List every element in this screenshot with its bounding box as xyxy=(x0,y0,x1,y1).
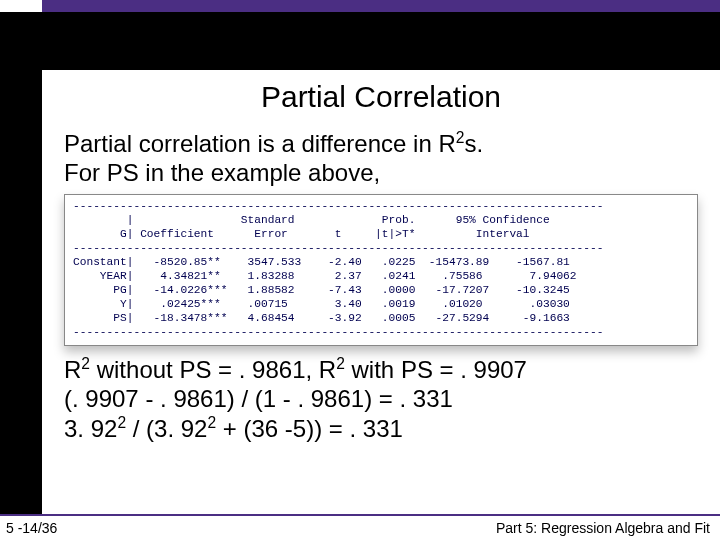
calc1-sup2: 2 xyxy=(336,355,345,372)
calc1-b: without PS = . 9861, R xyxy=(90,356,336,383)
calc2: (. 9907 - . 9861) / (1 - . 9861) = . 331 xyxy=(64,385,453,412)
table-row: PS| -18.3478*** 4.68454 -3.92 .0005 -27.… xyxy=(73,312,570,324)
table-header-2: G| Coefficient Error t |t|>T* Interval xyxy=(73,228,530,240)
left-black-column xyxy=(0,12,42,514)
table-hline-3: ----------------------------------------… xyxy=(73,326,603,338)
calc1-c: with PS = . 9907 xyxy=(345,356,527,383)
footer: 5 -14/36 Part 5: Regression Algebra and … xyxy=(0,514,720,540)
intro-line-1b: s. xyxy=(464,130,483,157)
calc3-c: + (36 -5)) = . 331 xyxy=(216,415,403,442)
calc1-sup1: 2 xyxy=(81,355,90,372)
top-black-band xyxy=(42,12,720,70)
calc-lines: R2 without PS = . 9861, R2 with PS = . 9… xyxy=(64,354,698,444)
top-accent-bar xyxy=(42,0,720,12)
content-area: Partial Correlation Partial correlation … xyxy=(42,70,720,514)
slide: Partial Correlation Partial correlation … xyxy=(0,0,720,540)
calc1-a: R xyxy=(64,356,81,383)
calc3-sup2: 2 xyxy=(207,414,216,431)
intro-line-2: For PS in the example above, xyxy=(64,159,380,186)
slide-title: Partial Correlation xyxy=(64,80,698,114)
table-row: Y| .02425*** .00715 3.40 .0019 .01020 .0… xyxy=(73,298,570,310)
section-title: Part 5: Regression Algebra and Fit xyxy=(496,520,710,536)
calc3-sup1: 2 xyxy=(117,414,126,431)
table-hline-1: ----------------------------------------… xyxy=(73,200,603,212)
table-hline-2: ----------------------------------------… xyxy=(73,242,603,254)
table-row: Constant| -8520.85** 3547.533 -2.40 .022… xyxy=(73,256,570,268)
intro-text: Partial correlation is a difference in R… xyxy=(64,128,698,188)
intro-line-1a: Partial correlation is a difference in R xyxy=(64,130,456,157)
calc3-a: 3. 92 xyxy=(64,415,117,442)
table-header-1: | Standard Prob. 95% Confidence xyxy=(73,214,550,226)
page-number: 5 -14/36 xyxy=(6,520,57,536)
table-row: YEAR| 4.34821** 1.83288 2.37 .0241 .7558… xyxy=(73,270,577,282)
calc3-b: / (3. 92 xyxy=(126,415,207,442)
regression-output-box: ----------------------------------------… xyxy=(64,194,698,346)
regression-output: ----------------------------------------… xyxy=(65,195,697,345)
table-row: PG| -14.0226*** 1.88582 -7.43 .0000 -17.… xyxy=(73,284,570,296)
